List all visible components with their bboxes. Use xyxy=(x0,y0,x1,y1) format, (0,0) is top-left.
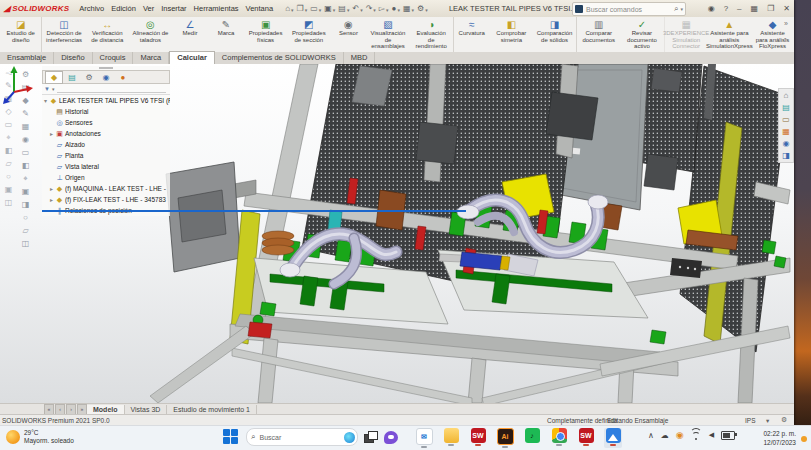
wifi-icon[interactable] xyxy=(691,431,702,440)
app-illustrator[interactable]: Ai xyxy=(496,428,514,448)
graphics-area[interactable]: ◅✎▦◇▭⌖◧▱○▣◫ ⚙▤◆✎▦◉▭◧⌖▣◨○▱◫ ◆▤⚙◉● ▼ ▾ ▾ ◆ xyxy=(0,64,794,403)
weather-widget[interactable]: 29°C Mayorm. soleado xyxy=(6,429,74,445)
command-tab[interactable]: Calcular xyxy=(169,51,215,64)
ribbon-button[interactable]: ✓ Revisar documento activo xyxy=(620,17,663,52)
ribbon-button[interactable]: ◨ Comparación de sólidos xyxy=(533,17,576,52)
ribbon-button[interactable]: ◧ Comprobar simetría xyxy=(490,17,533,52)
start-button[interactable] xyxy=(222,428,240,446)
feature-tree-tab[interactable]: ⚙ xyxy=(81,72,97,83)
filter-input[interactable] xyxy=(57,86,166,93)
expand-icon[interactable]: ▸ xyxy=(48,196,55,203)
menu-item[interactable]: Edición xyxy=(111,4,136,13)
ribbon-button[interactable]: ≈ Curvatura xyxy=(453,17,490,52)
tree-filter[interactable]: ▼ ▾ xyxy=(42,84,170,95)
ribbon-button[interactable]: ◎ Alineación de taladros xyxy=(129,17,172,52)
minimize-button[interactable]: – xyxy=(737,4,741,13)
quick-access-icon[interactable]: ⌂▾ xyxy=(285,4,293,13)
notification-icon[interactable] xyxy=(801,436,807,442)
quick-access-icon[interactable]: ❐▾ xyxy=(297,4,308,13)
app-solidworks-2[interactable]: SW xyxy=(577,428,595,448)
taskbar-clock[interactable]: 02:22 p. m. 12/07/2023 xyxy=(752,430,796,447)
tool-icon[interactable]: ▭ xyxy=(2,120,15,130)
taskbar-search[interactable]: ⌕ Buscar xyxy=(246,428,358,446)
tool-icon[interactable]: ◫ xyxy=(2,198,15,208)
expand-icon[interactable]: ▸ xyxy=(48,185,55,192)
tree-item[interactable]: ▤ Historial xyxy=(42,106,170,117)
feature-tree-tab[interactable]: ● xyxy=(115,72,131,83)
ribbon-button[interactable]: ↔ Verificación de distancia xyxy=(86,17,129,52)
speaker-icon[interactable]: ◀ xyxy=(709,431,714,439)
login-icon[interactable]: ◉ xyxy=(708,4,715,13)
ribbon-button[interactable]: ∠ Medir xyxy=(172,17,208,52)
tool-icon[interactable]: ◇ xyxy=(2,107,15,117)
tool-icon[interactable]: ○ xyxy=(2,172,15,182)
tool-icon[interactable]: ⌖ xyxy=(2,133,15,143)
tool-icon[interactable]: ○ xyxy=(19,213,32,223)
onedrive-cloud-icon[interactable]: ☁ xyxy=(661,431,669,440)
app-solidworks[interactable]: SW xyxy=(469,428,487,448)
menu-item[interactable]: Ver xyxy=(143,4,154,13)
panel-grip[interactable] xyxy=(99,67,113,69)
filter-dropdown-icon[interactable]: ▾ xyxy=(52,86,55,92)
quick-access-icon[interactable]: ▣▾ xyxy=(324,4,335,13)
tray-chevron-icon[interactable]: ∧ xyxy=(648,431,654,440)
ribbon-overflow-icon[interactable]: » xyxy=(784,20,788,27)
tool-icon[interactable]: ◨ xyxy=(19,200,32,210)
ribbon-collapse-icon[interactable]: ˆ xyxy=(784,37,788,44)
tool-icon[interactable]: ▣ xyxy=(19,187,32,197)
tree-item[interactable]: ▸ ◆ (f) MAQUINA - LEAK TEST - LHE - xyxy=(42,183,170,194)
restore-button[interactable]: ❐ xyxy=(767,4,774,13)
help-icon[interactable]: ? xyxy=(724,4,728,13)
tool-icon[interactable]: ▭ xyxy=(19,148,32,158)
ribbon-button[interactable]: ▣ Propiedades físicas xyxy=(244,17,287,52)
expand-icon[interactable]: ▸ xyxy=(48,130,55,137)
ribbon-button[interactable]: ▦ 3DEXPERIENCE Simulation Connector xyxy=(664,17,708,52)
ribbon-button[interactable]: ◉ Sensor xyxy=(330,17,366,52)
app-chrome[interactable] xyxy=(550,428,568,448)
tool-icon[interactable]: ▣ xyxy=(2,185,15,195)
document-tab[interactable]: Vistas 3D xyxy=(125,405,168,415)
units-dropdown-icon[interactable]: ▾ xyxy=(766,417,769,425)
tool-icon[interactable]: ▦ xyxy=(19,122,32,132)
chat-button[interactable] xyxy=(384,431,398,444)
feature-tree-tab[interactable]: ▤ xyxy=(64,72,80,83)
ribbon-button[interactable]: ◫ Detección de interferencias xyxy=(41,17,85,52)
battery-icon[interactable] xyxy=(721,431,735,440)
quick-access-icon[interactable]: ▻▾ xyxy=(379,4,389,13)
tool-icon[interactable]: ✎ xyxy=(19,109,32,119)
task-pane-icon[interactable]: ⌂ xyxy=(784,91,789,100)
document-tab[interactable]: Estudio de movimiento 1 xyxy=(167,405,257,415)
ribbon-button[interactable]: ✎ Marca xyxy=(208,17,244,52)
command-tab[interactable]: Croquis xyxy=(93,52,134,64)
quick-access-icon[interactable]: ↶▾ xyxy=(352,4,362,13)
menu-item[interactable]: Ventana xyxy=(246,4,274,13)
ribbon-button[interactable]: ▧ Visualización de ensamblajes xyxy=(366,17,409,52)
ribbon-button[interactable]: ▥ Comparar documentos xyxy=(576,17,620,52)
tree-item[interactable]: ▸ ▣ Anotaciones xyxy=(42,128,170,139)
quick-access-icon[interactable]: ●▾ xyxy=(392,4,400,13)
task-pane-icon[interactable]: ▤ xyxy=(782,103,790,112)
ribbon-button[interactable]: ◑ Evaluación de rendimiento xyxy=(410,17,453,52)
tree-item[interactable]: ◎ Sensores xyxy=(42,117,170,128)
tool-icon[interactable]: ◉ xyxy=(19,135,32,145)
task-pane-icon[interactable]: ▦ xyxy=(782,127,790,136)
layout-button[interactable]: ▦ xyxy=(751,4,759,13)
tool-icon[interactable]: ⌖ xyxy=(19,174,32,184)
tree-item[interactable]: ▱ Planta xyxy=(42,150,170,161)
ribbon-button[interactable]: ◪ Estudio de diseño xyxy=(0,17,41,52)
task-pane-icon[interactable]: ◉ xyxy=(783,139,790,148)
tray-app-icon[interactable]: ◉ xyxy=(676,430,684,440)
tree-item[interactable]: ⊥ Origen xyxy=(42,172,170,183)
quick-access-icon[interactable]: ▦▾ xyxy=(403,4,414,13)
quick-access-icon[interactable]: ▤▾ xyxy=(338,4,349,13)
document-tab[interactable]: Modelo xyxy=(87,405,125,415)
search-dropdown-icon[interactable]: ▾ xyxy=(680,6,683,12)
quick-access-icon[interactable]: ▭▾ xyxy=(310,4,321,13)
tool-icon[interactable]: ▱ xyxy=(2,159,15,169)
command-tab[interactable]: MBD xyxy=(344,52,376,64)
command-tab[interactable]: Complementos de SOLIDWORKS xyxy=(215,52,344,64)
ribbon-button[interactable]: ◩ Propiedades de sección xyxy=(287,17,330,52)
units-indicator[interactable]: IPS xyxy=(745,417,755,424)
task-pane-icon[interactable]: ◨ xyxy=(782,151,790,160)
search-icon[interactable]: ⌕ xyxy=(674,4,678,14)
